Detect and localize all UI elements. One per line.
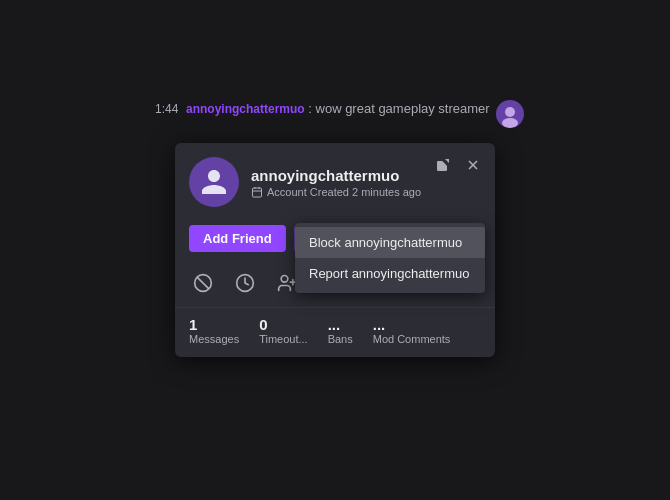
- stat-messages: 1 Messages: [189, 316, 239, 345]
- account-created-text: Account Created 2 minutes ago: [267, 186, 421, 198]
- add-friend-button[interactable]: Add Friend: [189, 225, 286, 252]
- stat-messages-label: Messages: [189, 333, 239, 345]
- more-menu-container: Block annoyingchattermuo Report annoying…: [451, 223, 481, 253]
- stat-timeouts-label: Timeout...: [259, 333, 308, 345]
- block-user-item[interactable]: Block annoyingchattermuo: [295, 227, 485, 258]
- chat-avatar-small: [496, 100, 524, 128]
- timeout-icon-button[interactable]: [231, 269, 259, 297]
- stat-mod-comments-label: Mod Comments: [373, 333, 451, 345]
- user-card-header: annoyingchattermuo Account Created 2 min…: [175, 143, 495, 217]
- stat-timeouts: 0 Timeout...: [259, 316, 308, 345]
- svg-point-16: [281, 276, 288, 283]
- svg-line-14: [197, 277, 209, 289]
- ban-icon-button[interactable]: [189, 269, 217, 297]
- stat-messages-value: 1: [189, 316, 239, 333]
- header-actions: [431, 153, 485, 177]
- stats-row: 1 Messages 0 Timeout... ... Bans ... Mod…: [175, 307, 495, 357]
- open-external-button[interactable]: [431, 153, 455, 177]
- svg-point-2: [502, 118, 518, 128]
- scene: 1:44 annoyingchattermuo : wow great game…: [0, 0, 670, 500]
- svg-rect-3: [253, 188, 262, 197]
- chat-time: 1:44: [155, 102, 178, 116]
- stat-bans-value: ...: [328, 316, 353, 333]
- stat-mod-comments: ... Mod Comments: [373, 316, 451, 345]
- chat-username[interactable]: annoyingchattermuo: [186, 102, 305, 116]
- svg-point-1: [505, 107, 515, 117]
- report-user-item[interactable]: Report annoyingchattermuo: [295, 258, 485, 289]
- more-dropdown: Block annoyingchattermuo Report annoying…: [295, 223, 485, 293]
- stat-bans-label: Bans: [328, 333, 353, 345]
- chat-text: : wow great gameplay streamer: [308, 101, 489, 116]
- user-card: annoyingchattermuo Account Created 2 min…: [175, 143, 495, 357]
- account-created: Account Created 2 minutes ago: [251, 186, 481, 198]
- stat-timeouts-value: 0: [259, 316, 308, 333]
- avatar: [189, 157, 239, 207]
- chat-message: 1:44 annoyingchattermuo : wow great game…: [155, 100, 570, 128]
- stat-bans: ... Bans: [328, 316, 353, 345]
- stat-mod-comments-value: ...: [373, 316, 451, 333]
- close-button[interactable]: [461, 153, 485, 177]
- action-buttons: Add Friend Whisper Bl: [175, 217, 495, 263]
